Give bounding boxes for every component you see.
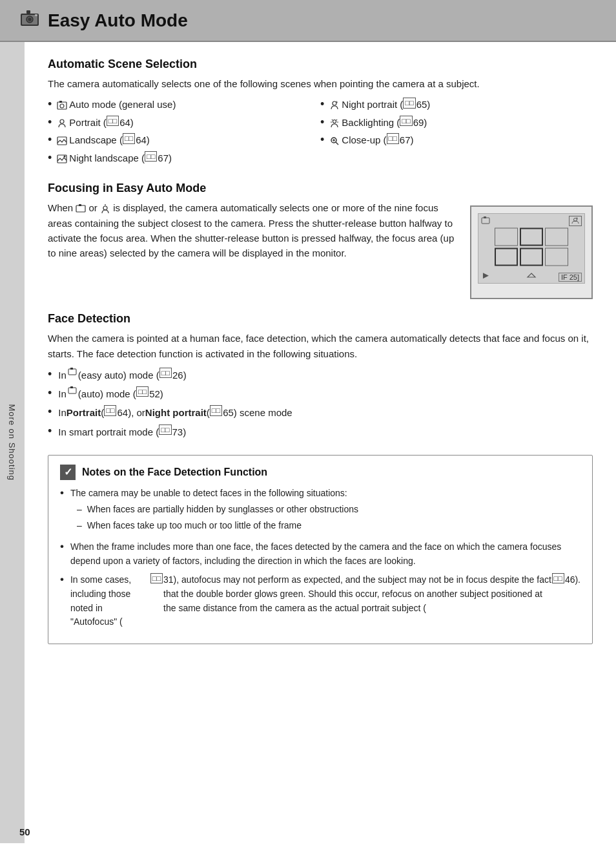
landscape-icon [57, 133, 69, 148]
face-detection-bullets: In (easy auto) mode (□□ 26) In (auto) mo… [48, 368, 593, 439]
svg-rect-4 [26, 10, 30, 14]
scene-bullets: Auto mode (general use) Portrait (□□ 64)… [48, 98, 593, 169]
page-number: 50 [19, 826, 30, 837]
scene-bullet-portrait: Portrait (□□ 64) [48, 116, 320, 131]
scene-bullets-left: Auto mode (general use) Portrait (□□ 64)… [48, 98, 320, 169]
svg-rect-28 [70, 368, 73, 370]
focus-box-2 [520, 227, 543, 246]
svg-point-14 [333, 120, 336, 123]
notes-item-3: In some cases, including those noted in … [60, 573, 580, 629]
closeup-icon [329, 133, 342, 148]
camera-icon [19, 9, 40, 32]
page-header: Easy Auto Mode [0, 0, 616, 42]
svg-point-9 [60, 120, 64, 123]
scene-bullets-right: Night portrait (□□ 65) Backlighting (□□ … [320, 98, 593, 169]
svg-point-13 [333, 101, 336, 105]
face-bullet-portrait-mode: In Portrait (□□ 64), or Night portrait (… [48, 405, 593, 420]
focus-box-4 [495, 247, 518, 266]
sidebar: More on Shooting [0, 42, 25, 843]
automatic-scene-heading: Automatic Scene Selection [48, 58, 593, 71]
night-portrait-icon [329, 98, 342, 112]
focusing-body: When or is displayed, the camera automat… [48, 200, 457, 260]
focus-box-5 [520, 247, 543, 266]
face-bullet-auto: In (auto) mode (□□ 52) [48, 386, 593, 401]
sidebar-label: More on Shooting [8, 404, 17, 481]
svg-rect-27 [68, 369, 76, 375]
focusing-text: When or is displayed, the camera automat… [48, 200, 457, 299]
notes-item-1-content: The camera may be unable to detect faces… [70, 487, 358, 535]
svg-rect-23 [482, 218, 489, 224]
focusing-heading: Focusing in Easy Auto Mode [48, 182, 593, 195]
notes-list: The camera may be unable to detect faces… [60, 487, 580, 629]
auto-mode-icon [57, 98, 69, 112]
svg-rect-29 [68, 388, 76, 393]
automatic-scene-intro: The camera automatically selects one of … [48, 76, 593, 91]
svg-rect-20 [79, 204, 81, 206]
backlighting-icon [329, 116, 342, 131]
main-content: Automatic Scene Selection The camera aut… [25, 42, 616, 843]
portrait-icon [57, 116, 69, 131]
camera-diagram: ► IF 25] [470, 205, 593, 299]
svg-rect-30 [70, 386, 73, 388]
svg-marker-26 [528, 273, 535, 277]
scene-bullet-night-landscape: Night landscape (□□ 67) [48, 151, 320, 166]
svg-point-8 [60, 104, 64, 108]
notes-sub-1-1: When faces are partially hidden by sungl… [77, 503, 358, 517]
svg-rect-19 [76, 205, 85, 212]
page-title: Easy Auto Mode [48, 10, 188, 31]
scene-bullet-landscape: Landscape (□□ 64) [48, 133, 320, 148]
face-bullet-smart-portrait: In smart portrait mode (□□ 73) [48, 424, 593, 439]
svg-line-16 [336, 142, 338, 145]
notes-title: Notes on the Face Detection Function [82, 466, 267, 478]
svg-point-12 [64, 155, 66, 157]
scene-bullet-closeup: Close-up (□□ 67) [320, 133, 593, 148]
focusing-section: When or is displayed, the camera automat… [48, 200, 593, 299]
face-bullet-easy-auto: In (easy auto) mode (□□ 26) [48, 368, 593, 383]
notes-check-icon: ✓ [60, 465, 76, 480]
face-detection-intro: When the camera is pointed at a human fa… [48, 331, 593, 361]
camera-screen: ► IF 25] [478, 213, 585, 284]
page-body: More on Shooting Automatic Scene Selecti… [0, 42, 616, 843]
scene-bullet-auto: Auto mode (general use) [48, 98, 320, 112]
focus-box-3 [545, 227, 568, 246]
svg-point-3 [28, 18, 32, 21]
notes-box: ✓ Notes on the Face Detection Function T… [48, 455, 593, 644]
svg-rect-7 [59, 101, 62, 103]
scene-bullet-night-portrait: Night portrait (□□ 65) [320, 98, 593, 112]
night-landscape-icon [57, 151, 69, 166]
notes-item-2: When the frame includes more than one fa… [60, 540, 580, 568]
svg-rect-5 [35, 14, 37, 16]
focus-box-1 [495, 227, 518, 246]
focus-box-6 [545, 247, 568, 266]
face-detection-heading: Face Detection [48, 312, 593, 326]
svg-rect-24 [484, 216, 486, 218]
notes-heading: ✓ Notes on the Face Detection Function [60, 465, 580, 480]
svg-point-21 [103, 206, 107, 210]
focus-boxes [495, 227, 568, 266]
scene-bullet-backlighting: Backlighting (□□ 69) [320, 116, 593, 131]
notes-item-1: The camera may be unable to detect faces… [60, 487, 580, 535]
notes-sub-1-2: When faces take up too much or too littl… [77, 519, 358, 533]
notes-sub-list-1: When faces are partially hidden by sungl… [70, 503, 358, 532]
